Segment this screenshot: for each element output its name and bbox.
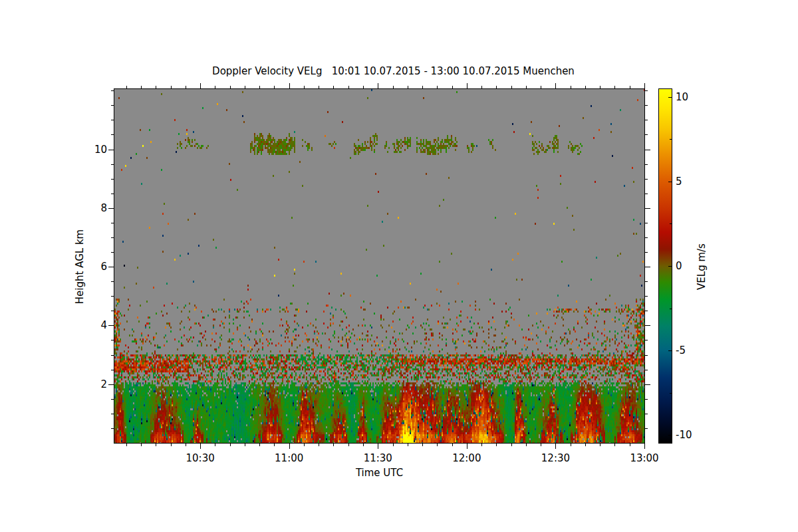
- y-axis-tick: [111, 340, 114, 340]
- x-axis-tick: [555, 83, 556, 88]
- y-axis-tick: [645, 384, 650, 385]
- x-axis-tick: [644, 444, 645, 449]
- x-axis-tick: [186, 86, 186, 88]
- y-axis-tick: [111, 179, 114, 180]
- x-axis-tick: [289, 83, 290, 88]
- y-tick-label: 2: [67, 379, 107, 390]
- x-axis-tick: [230, 444, 231, 446]
- colorbar-tick: [668, 350, 672, 351]
- x-axis-tick: [541, 444, 541, 446]
- colorbar-tick-label: 0: [676, 261, 702, 271]
- x-axis-tick: [126, 86, 127, 88]
- y-axis-tick: [645, 223, 648, 223]
- x-axis-tick: [378, 83, 378, 88]
- colorbar-tick-label: -5: [676, 345, 702, 356]
- y-tick-label: 4: [67, 320, 107, 331]
- x-axis-tick: [126, 444, 127, 446]
- colorbar-tick: [668, 266, 672, 267]
- x-axis-tick: [614, 86, 615, 88]
- x-axis-tick: [526, 444, 527, 446]
- doppler-velocity-plot-page: Doppler Velocity VELg 10:01 10.07.2015 -…: [0, 0, 798, 532]
- y-axis-tick: [645, 105, 648, 106]
- x-axis-tick: [141, 86, 142, 88]
- x-tick-label: 10:30: [180, 453, 220, 464]
- y-axis-tick: [108, 150, 114, 150]
- y-axis-tick: [111, 134, 114, 135]
- colorbar-tick-label: 10: [676, 92, 702, 102]
- x-axis-tick: [452, 444, 453, 446]
- x-axis-tick: [319, 444, 319, 446]
- x-tick-label: 12:00: [447, 453, 487, 464]
- x-axis-tick: [171, 86, 172, 88]
- y-axis-tick: [111, 428, 114, 429]
- colorbar-tick: [670, 393, 672, 394]
- y-axis-tick: [111, 223, 114, 223]
- x-axis-tick: [348, 444, 349, 446]
- y-axis-tick: [108, 325, 114, 326]
- y-axis-tick: [111, 311, 114, 311]
- x-axis-tick: [156, 444, 156, 446]
- y-axis-tick: [645, 370, 648, 370]
- x-axis-tick: [452, 86, 453, 88]
- y-axis-tick: [645, 428, 648, 429]
- y-axis-tick: [645, 355, 648, 356]
- x-axis-tick: [333, 444, 334, 446]
- x-tick-label: 12:30: [535, 453, 575, 464]
- x-tick-label: 13:00: [624, 453, 664, 464]
- y-axis-tick: [111, 296, 114, 297]
- x-axis-tick: [393, 444, 394, 446]
- x-axis-tick: [259, 444, 260, 446]
- y-axis-tick: [108, 267, 114, 267]
- y-axis-tick: [645, 296, 648, 297]
- x-axis-tick: [481, 86, 482, 88]
- x-axis-tick: [630, 444, 630, 446]
- y-tick-label: 8: [67, 203, 107, 213]
- chart-title: Doppler Velocity VELg 10:01 10.07.2015 -…: [114, 65, 673, 77]
- x-tick-label: 11:00: [269, 453, 309, 464]
- y-axis-tick: [645, 414, 648, 414]
- y-axis-tick: [645, 281, 648, 282]
- x-axis-tick: [571, 86, 571, 88]
- y-axis-tick: [645, 150, 650, 150]
- colorbar-tick: [670, 309, 672, 309]
- y-tick-label: 6: [67, 261, 107, 272]
- x-tick-label: 11:30: [358, 453, 398, 464]
- x-axis-tick: [245, 86, 245, 88]
- y-axis-tick: [645, 90, 648, 91]
- x-axis-tick: [200, 444, 201, 449]
- x-axis-tick: [274, 444, 275, 446]
- colorbar-tick: [668, 182, 672, 182]
- x-axis-tick: [422, 86, 423, 88]
- colorbar-tick: [670, 139, 672, 140]
- x-axis-tick: [186, 444, 186, 446]
- y-axis-tick: [645, 194, 648, 194]
- x-axis-tick: [585, 86, 586, 88]
- x-axis-tick: [600, 86, 600, 88]
- y-axis-tick: [645, 340, 648, 340]
- x-axis-tick: [481, 444, 482, 446]
- y-axis-tick: [108, 208, 114, 209]
- x-axis-tick: [511, 444, 512, 446]
- x-axis-tick: [496, 444, 497, 446]
- x-axis-tick: [437, 86, 438, 88]
- x-axis-tick: [467, 444, 467, 449]
- x-axis-tick: [585, 444, 586, 446]
- x-axis-tick: [496, 86, 497, 88]
- y-axis-tick: [111, 355, 114, 356]
- x-axis-tick: [511, 86, 512, 88]
- x-axis-tick: [289, 444, 290, 449]
- y-axis-tick: [111, 370, 114, 370]
- y-axis-tick: [111, 164, 114, 165]
- x-axis-tick: [526, 86, 527, 88]
- y-axis-tick: [645, 399, 648, 400]
- x-axis-tick: [304, 86, 305, 88]
- x-axis-tick: [408, 444, 408, 446]
- y-axis-tick: [645, 179, 648, 180]
- x-axis-tick: [630, 86, 630, 88]
- x-axis-tick: [614, 444, 615, 446]
- x-axis-tick: [304, 444, 305, 446]
- y-axis-tick: [111, 252, 114, 253]
- x-axis-tick: [319, 86, 319, 88]
- x-axis-tick: [215, 86, 215, 88]
- y-axis-tick: [111, 105, 114, 106]
